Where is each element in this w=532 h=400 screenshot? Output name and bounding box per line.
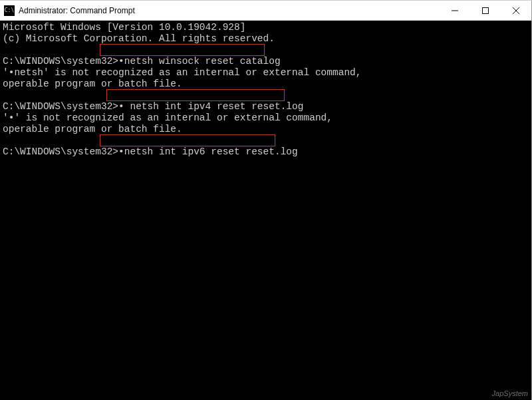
command-1: •netsh winsock reset catalog: [118, 56, 281, 67]
window-title: Administrator: Command Prompt: [19, 6, 440, 15]
error-line: operable program or batch file.: [3, 124, 182, 134]
error-line: operable program or batch file.: [3, 79, 182, 89]
svg-rect-1: [483, 7, 489, 13]
highlight-box: [100, 134, 275, 146]
titlebar[interactable]: C:\ Administrator: Command Prompt: [0, 1, 531, 21]
maximize-icon: [482, 7, 489, 14]
cmd-icon-label: C:\: [5, 7, 14, 13]
highlight-box: [100, 44, 265, 56]
version-line: Microsoft Windows [Version 10.0.19042.92…: [3, 22, 245, 33]
error-line: '•netsh' is not recognized as an interna…: [3, 67, 362, 78]
close-icon: [513, 7, 519, 14]
watermark: JapSystem: [492, 389, 528, 397]
command-3: •netsh int ipv6 reset reset.log: [118, 146, 298, 157]
maximize-button[interactable]: [470, 1, 501, 20]
error-line: '•' is not recognized as an internal or …: [3, 112, 332, 123]
copyright-line: (c) Microsoft Corporation. All rights re…: [3, 33, 275, 44]
window-controls: [440, 1, 531, 20]
terminal-area[interactable]: Microsoft Windows [Version 10.0.19042.92…: [0, 21, 531, 400]
highlight-box: [106, 89, 285, 101]
command-prompt-window: C:\ Administrator: Command Prompt Micros…: [0, 0, 532, 400]
prompt-path: C:\WINDOWS\system32>: [3, 56, 118, 67]
close-button[interactable]: [501, 1, 531, 20]
prompt-path: C:\WINDOWS\system32>: [3, 146, 118, 157]
minimize-button[interactable]: [440, 1, 470, 20]
prompt-path: C:\WINDOWS\system32>: [3, 101, 118, 112]
command-2: • netsh int ipv4 reset reset.log: [118, 101, 303, 112]
minimize-icon: [452, 7, 458, 14]
cmd-icon: C:\: [4, 5, 15, 16]
